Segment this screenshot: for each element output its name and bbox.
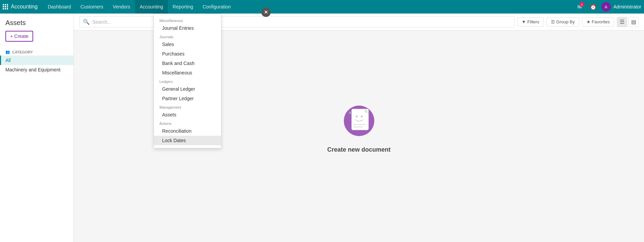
app-grid-icon[interactable]	[3, 4, 8, 9]
dropdown-item-assets[interactable]: Assets	[154, 110, 221, 119]
messages-icon-btn[interactable]: ✉ 1	[574, 1, 585, 12]
kanban-icon: ▤	[631, 19, 636, 25]
kanban-view-button[interactable]: ▤	[628, 17, 639, 27]
dropdown-item-reconciliation[interactable]: Reconciliation	[154, 126, 221, 136]
groupby-icon: ☰	[551, 19, 555, 24]
notification-badge: 1	[580, 2, 584, 7]
empty-illustration	[339, 99, 379, 139]
star-icon: ★	[586, 19, 591, 24]
user-avatar[interactable]: A	[601, 2, 611, 12]
accounting-dropdown: Miscellaneous Journal Entries Journals S…	[154, 14, 221, 148]
top-navigation: Accounting Dashboard Customers Vendors A…	[0, 0, 644, 14]
dropdown-item-miscellaneous[interactable]: Miscellaneous	[154, 68, 221, 78]
dropdown-item-sales[interactable]: Sales	[154, 40, 221, 49]
list-view-button[interactable]: ☰	[617, 17, 627, 27]
dropdown-close-button[interactable]: ✕	[261, 7, 271, 17]
dropdown-item-general-ledger[interactable]: General Ledger	[154, 84, 221, 94]
svg-point-3	[361, 115, 363, 117]
nav-item-configuration[interactable]: Configuration	[198, 0, 236, 14]
search-bar: 🔍 Search...	[79, 16, 514, 27]
username-label[interactable]: Administrator	[614, 4, 641, 9]
group-by-button[interactable]: ☰ Group By	[547, 17, 579, 26]
nav-item-customers[interactable]: Customers	[76, 0, 108, 14]
favorites-button[interactable]: ★ Favorites	[582, 17, 614, 26]
dropdown-item-partner-ledger[interactable]: Partner Ledger	[154, 94, 221, 103]
dropdown-item-bank-and-cash[interactable]: Bank and Cash	[154, 59, 221, 68]
page-title: Assets	[0, 19, 73, 31]
create-button[interactable]: + Create	[5, 31, 33, 42]
dropdown-item-lock-dates[interactable]: Lock Dates	[154, 136, 221, 145]
clock-icon-btn[interactable]: ⏰	[588, 1, 599, 12]
search-placeholder: Search...	[92, 19, 111, 25]
sidebar-item-machinery[interactable]: Machinery and Equipment	[0, 65, 73, 74]
page-body: Assets + Create 👥 CATEGORY All Machinery…	[0, 14, 644, 242]
nav-right: ✉ 1 ⏰ A Administrator	[574, 1, 641, 12]
dropdown-item-journal-entries[interactable]: Journal Entries	[154, 23, 221, 33]
dropdown-section-actions: Actions	[154, 119, 221, 126]
nav-item-accounting[interactable]: Accounting	[135, 0, 168, 14]
sidebar-item-all[interactable]: All	[0, 56, 73, 65]
svg-point-2	[356, 115, 358, 117]
sidebar: Assets + Create 👥 CATEGORY All Machinery…	[0, 14, 74, 242]
list-icon: ☰	[620, 19, 624, 25]
sidebar-category-label: 👥 CATEGORY	[0, 47, 73, 56]
dropdown-section-management: Management	[154, 103, 221, 110]
search-icon: 🔍	[83, 19, 90, 25]
dropdown-section-ledgers: Ledgers	[154, 78, 221, 84]
dropdown-section-miscellaneous: Miscellaneous	[154, 17, 221, 23]
filters-button[interactable]: ▼ Filters	[517, 17, 543, 26]
empty-state-text: Create new document	[327, 146, 391, 153]
filter-icon: ▼	[521, 19, 526, 24]
nav-brand: Accounting	[11, 4, 38, 10]
nav-item-reporting[interactable]: Reporting	[168, 0, 198, 14]
nav-item-vendors[interactable]: Vendors	[108, 0, 135, 14]
dropdown-section-journals: Journals	[154, 33, 221, 40]
nav-items: Dashboard Customers Vendors Accounting R…	[43, 0, 574, 14]
nav-item-dashboard[interactable]: Dashboard	[43, 0, 76, 14]
dropdown-item-purchases[interactable]: Purchases	[154, 49, 221, 59]
